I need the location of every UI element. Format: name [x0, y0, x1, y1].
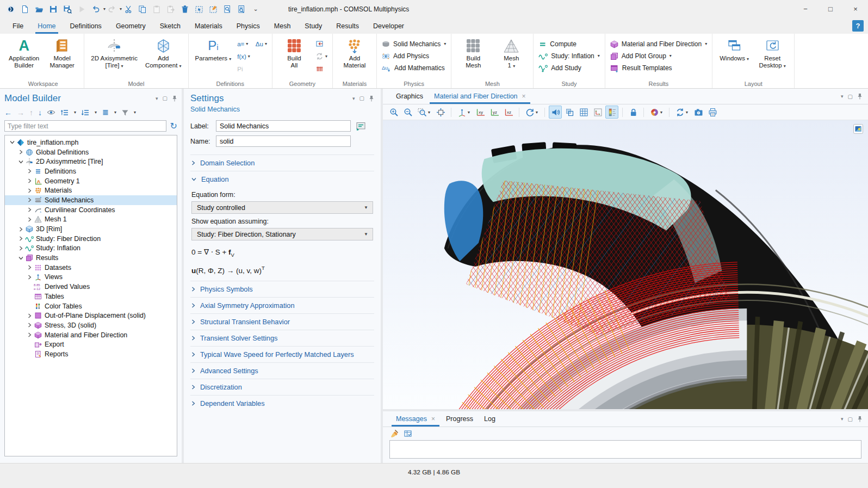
clear-messages-icon[interactable] [390, 429, 399, 438]
nav-back-icon[interactable]: ← [4, 109, 12, 116]
nav-forward-icon[interactable]: → [17, 109, 24, 116]
tree-item-materials[interactable]: Materials [5, 186, 177, 195]
messages-tab-log[interactable]: Log [479, 411, 501, 427]
section-discretization[interactable]: Discretization [190, 379, 374, 395]
customize-toolbar-icon[interactable]: ⌄ [249, 3, 262, 16]
tree-item-material-and-fiber-direction[interactable]: Material and Fiber Direction [5, 330, 177, 340]
ribbon-add-material[interactable]: AddMaterial [338, 36, 371, 79]
ribbon-2d-axisymmetric-tire[interactable]: 2D Axisymmetric[Tire] ▾ [89, 36, 139, 79]
zoom-in-icon[interactable] [387, 106, 400, 119]
ribbon-windows[interactable]: Windows ▾ [717, 36, 751, 79]
ribbon-result-templates[interactable]: Result Templates [610, 64, 707, 72]
paste-icon[interactable] [150, 3, 163, 16]
tree-item-global-definitions[interactable]: Global Definitions [5, 147, 177, 157]
copy-icon[interactable] [136, 3, 149, 16]
ribbon-mini-import[interactable] [315, 40, 327, 48]
find-icon[interactable] [221, 3, 234, 16]
sync-view-icon[interactable]: ▼ [673, 106, 691, 119]
tree-item-datasets[interactable]: Datasets [5, 263, 177, 273]
pin-icon[interactable] [857, 416, 863, 422]
section-axial-symmetry-approximation[interactable]: Axial Symmetry Approximation [190, 297, 374, 313]
save-as-icon[interactable] [61, 3, 74, 16]
paste-special-icon[interactable] [164, 3, 177, 16]
chevron-down-icon[interactable]: ▾ [841, 94, 844, 99]
tree-item-tire-inflation-mph[interactable]: tire_inflation.mph [5, 138, 177, 147]
redo-icon[interactable] [106, 3, 119, 16]
ribbon-material-and-fiber-direction[interactable]: Material and Fiber Direction▾ [610, 40, 707, 48]
section-equation[interactable]: Equation [190, 171, 374, 187]
tree-item-export[interactable]: Export [5, 339, 177, 349]
pin-icon[interactable] [857, 93, 863, 100]
ribbon-application-builder[interactable]: AApplicationBuilder [7, 36, 41, 79]
close-icon[interactable]: × [522, 92, 526, 100]
ribbon-mini-a[interactable]: a=▾ [237, 40, 250, 48]
tree-item-mesh-1[interactable]: Mesh 1 [5, 215, 177, 225]
expand-icon[interactable] [60, 109, 69, 116]
delete-icon[interactable] [178, 3, 191, 16]
view-xz-icon[interactable]: xz [502, 106, 515, 119]
pin-icon[interactable] [369, 95, 374, 102]
refresh-icon[interactable]: ↻ [170, 122, 177, 131]
ribbon-add-component[interactable]: AddComponent ▾ [144, 36, 183, 79]
label-field[interactable] [216, 120, 351, 132]
clear-selection-icon[interactable] [207, 3, 220, 16]
menu-tab-home[interactable]: Home [30, 18, 63, 34]
graphics-tab-material-and-fiber-direction[interactable]: Material and Fiber Direction× [429, 89, 531, 104]
tree-item-derived-values[interactable]: 8.85e-12Derived Values [5, 282, 177, 292]
graphics-canvas[interactable] [383, 120, 868, 409]
scene-color-icon[interactable] [549, 106, 562, 119]
graphics-tab-graphics[interactable]: Graphics [390, 89, 429, 104]
ribbon-model-manager[interactable]: ModelManager [45, 36, 79, 79]
tree-item-results[interactable]: Results [5, 253, 177, 263]
ribbon-mini-u[interactable]: Δu▾ [256, 40, 267, 48]
close-icon[interactable]: × [431, 415, 435, 423]
print-icon[interactable] [706, 106, 719, 119]
show-icon[interactable] [47, 109, 55, 116]
menu-tab-results[interactable]: Results [329, 18, 366, 34]
extents-icon[interactable] [434, 106, 447, 119]
filter-input[interactable] [4, 120, 166, 132]
axes3d-icon[interactable]: ▼ [455, 106, 473, 119]
message-table-icon[interactable] [404, 429, 412, 438]
ribbon-mini-f-x[interactable]: f(x)▾ [237, 52, 250, 60]
section-dependent-variables[interactable]: Dependent Variables [190, 395, 374, 411]
section-transient-solver-settings[interactable]: Transient Solver Settings [190, 330, 374, 346]
color-wheel-icon[interactable]: ▼ [648, 106, 665, 119]
compact-icon[interactable] [102, 109, 109, 116]
run-icon[interactable] [75, 3, 88, 16]
menu-tab-study[interactable]: Study [297, 18, 329, 34]
section-advanced-settings[interactable]: Advanced Settings [190, 362, 374, 379]
menu-tab-mesh[interactable]: Mesh [267, 18, 298, 34]
ribbon-build-mesh[interactable]: BuildMesh [456, 36, 490, 79]
chevron-down-icon[interactable]: ▾ [156, 96, 158, 101]
ribbon-add-physics[interactable]: Add Physics [382, 52, 446, 60]
section-domain-selection[interactable]: Domain Selection [190, 155, 374, 171]
ribbon-mesh-1[interactable]: Mesh1 ▾ [494, 36, 528, 79]
ribbon-add-mathematics[interactable]: ΔuAdd Mathematics [382, 64, 446, 72]
undo-icon[interactable] [89, 3, 102, 16]
name-field[interactable] [216, 135, 351, 147]
open-icon[interactable] [33, 3, 46, 16]
tree-item-color-tables[interactable]: Color Tables [5, 301, 177, 311]
chevron-down-icon[interactable]: ▾ [841, 416, 844, 422]
axis-widget-icon[interactable] [591, 106, 604, 119]
section-structural-transient-behavior[interactable]: Structural Transient Behavior [190, 313, 374, 330]
tree-item-stress-3d-solid[interactable]: Stress, 3D (solid) [5, 320, 177, 330]
select-box-icon[interactable] [193, 3, 206, 16]
menu-tab-materials[interactable]: Materials [188, 18, 230, 34]
float-icon[interactable]: ▢ [163, 95, 168, 101]
equation-form-select[interactable]: Study controlled▼ [191, 201, 373, 214]
view-yz-icon[interactable]: yz [488, 106, 501, 119]
menu-tab-definitions[interactable]: Definitions [63, 18, 109, 34]
nav-down-icon[interactable]: ↓ [38, 109, 42, 116]
messages-tab-messages[interactable]: Messages× [390, 411, 441, 427]
rotate-icon[interactable]: ▼ [523, 106, 541, 119]
section-physics-symbols[interactable]: Physics Symbols [190, 281, 374, 297]
tree-item-solid-mechanics[interactable]: Solid Mechanics [5, 195, 177, 205]
menu-tab-developer[interactable]: Developer [366, 18, 411, 34]
cut-icon[interactable] [122, 3, 135, 16]
tree-item-study-inflation[interactable]: Study: Inflation [5, 244, 177, 254]
ribbon-reset-desktop[interactable]: ResetDesktop ▾ [755, 36, 789, 79]
float-icon[interactable]: ▢ [359, 95, 364, 101]
ribbon-study-inflation[interactable]: Study: Inflation▾ [538, 52, 599, 60]
